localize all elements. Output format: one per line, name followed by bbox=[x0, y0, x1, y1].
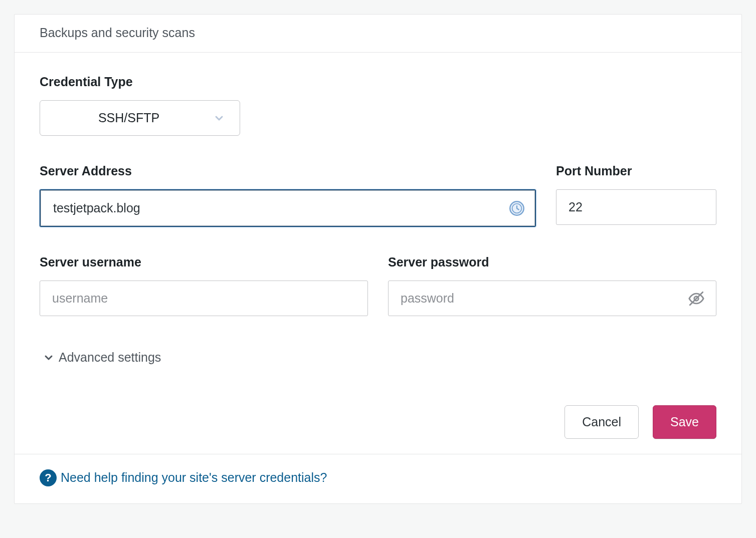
server-password-col: Server password bbox=[388, 255, 716, 316]
help-link-text: Need help finding your site's server cre… bbox=[61, 470, 327, 485]
save-button[interactable]: Save bbox=[653, 405, 716, 439]
port-number-col: Port Number bbox=[556, 164, 716, 227]
credential-type-label: Credential Type bbox=[40, 75, 716, 89]
form-actions: Cancel Save bbox=[40, 405, 716, 439]
server-username-col: Server username bbox=[40, 255, 368, 316]
server-address-input[interactable] bbox=[41, 190, 535, 226]
credentials-row: Server username Server password bbox=[40, 255, 716, 316]
cancel-button[interactable]: Cancel bbox=[564, 405, 639, 439]
chevron-down-icon bbox=[43, 352, 55, 364]
port-number-input[interactable] bbox=[556, 189, 716, 225]
card-title: Backups and security scans bbox=[40, 26, 195, 40]
server-username-input[interactable] bbox=[40, 281, 368, 316]
settings-card: Backups and security scans Credential Ty… bbox=[14, 14, 742, 504]
advanced-settings-label: Advanced settings bbox=[59, 350, 161, 365]
card-footer: ? Need help finding your site's server c… bbox=[15, 454, 741, 503]
server-password-label: Server password bbox=[388, 255, 716, 270]
history-icon[interactable] bbox=[509, 200, 525, 216]
question-icon: ? bbox=[40, 469, 57, 486]
card-header: Backups and security scans bbox=[15, 15, 741, 53]
credential-type-select[interactable]: SSH/SFTP bbox=[40, 100, 240, 136]
server-address-label: Server Address bbox=[40, 164, 536, 178]
help-link[interactable]: ? Need help finding your site's server c… bbox=[40, 469, 327, 486]
server-address-row: Server Address Port Number bbox=[40, 164, 716, 227]
server-address-col: Server Address bbox=[40, 164, 536, 227]
server-username-label: Server username bbox=[40, 255, 368, 270]
credential-type-value: SSH/SFTP bbox=[98, 111, 159, 125]
port-number-label: Port Number bbox=[556, 164, 716, 178]
card-body: Credential Type SSH/SFTP Server Address bbox=[15, 53, 741, 454]
server-password-input[interactable] bbox=[388, 281, 716, 316]
credential-type-select-wrap: SSH/SFTP bbox=[40, 100, 240, 136]
eye-off-icon[interactable] bbox=[687, 290, 705, 308]
server-address-input-wrap bbox=[40, 189, 536, 227]
server-password-wrap bbox=[388, 281, 716, 316]
advanced-settings-toggle[interactable]: Advanced settings bbox=[43, 350, 161, 365]
